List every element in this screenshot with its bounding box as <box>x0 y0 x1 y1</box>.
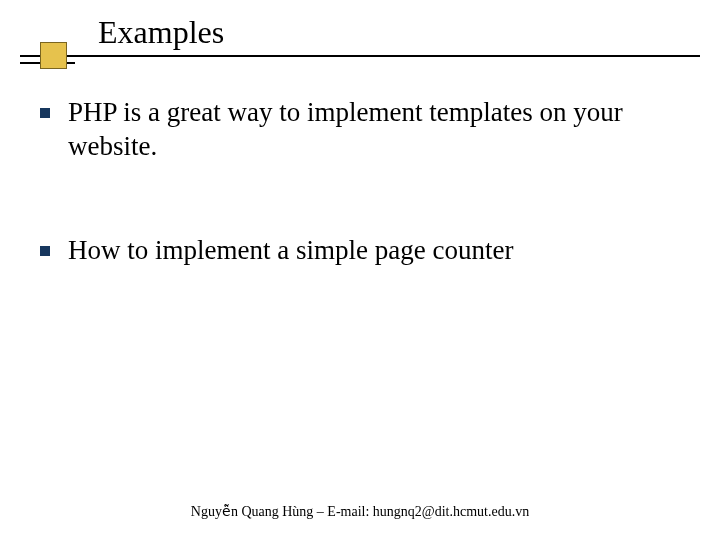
list-item-text: PHP is a great way to implement template… <box>68 96 680 164</box>
list-item-text: How to implement a simple page counter <box>68 234 513 268</box>
bullet-square-icon <box>40 108 50 118</box>
list-item: PHP is a great way to implement template… <box>40 96 680 164</box>
body: PHP is a great way to implement template… <box>40 96 680 267</box>
title-rule-long <box>20 55 700 57</box>
bullet-square-icon <box>40 246 50 256</box>
slide: Examples PHP is a great way to implement… <box>0 0 720 540</box>
title-block: Examples <box>0 14 720 57</box>
list-item: How to implement a simple page counter <box>40 234 680 268</box>
footer-text: Nguyễn Quang Hùng – E-mail: hungnq2@dit.… <box>0 503 720 520</box>
slide-title: Examples <box>98 14 720 51</box>
title-accent-square-icon <box>40 42 67 69</box>
